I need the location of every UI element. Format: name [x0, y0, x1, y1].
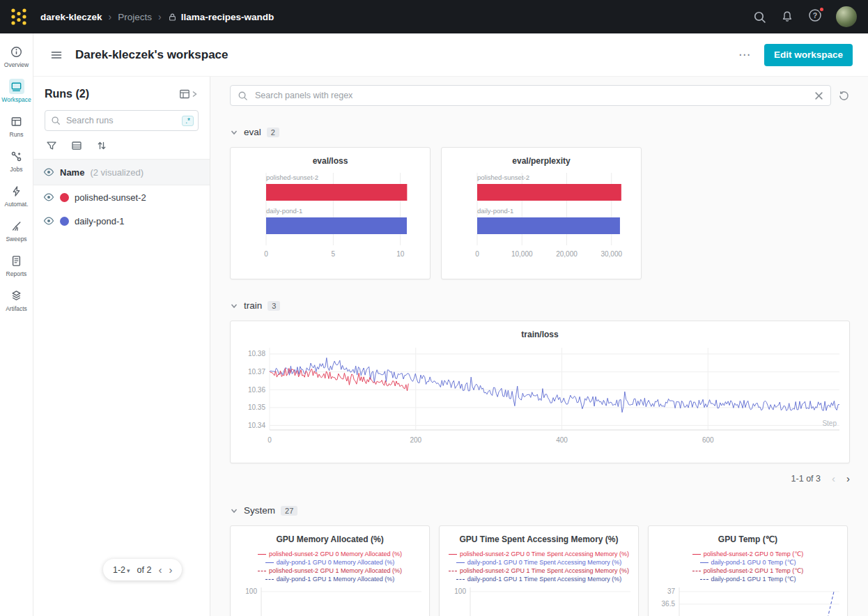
breadcrumb-projects[interactable]: Projects	[118, 12, 152, 22]
page-size-selector[interactable]: 1-2▾	[113, 565, 130, 575]
sidebar-item-jobs[interactable]: Jobs	[0, 144, 33, 178]
sidebar-item-reports[interactable]: Reports	[0, 248, 33, 283]
section-system: System 27 GPU Memory Allocated (%) polis…	[230, 505, 850, 616]
filter-icon[interactable]	[46, 140, 57, 151]
sidebar-item-label: Sweeps	[6, 236, 26, 242]
svg-text:10.34: 10.34	[248, 422, 265, 429]
runs-pagination: 1-2▾ of 2 ‹ ›	[103, 559, 182, 580]
sidebar-item-artifacts[interactable]: Artifacts	[0, 283, 33, 318]
panel-legend: polished-sunset-2 GPU 0 Time Spent Acces…	[445, 550, 633, 583]
notifications-bell-icon[interactable]	[780, 10, 794, 24]
legend-entry: daily-pond-1 GPU 1 Temp (℃)	[654, 575, 842, 583]
panel-search-input[interactable]	[254, 90, 809, 101]
runs-name-header[interactable]: Name (2 visualized)	[33, 159, 210, 185]
section-title[interactable]: System	[244, 505, 275, 516]
run-row-polished-sunset-2[interactable]: polished-sunset-2	[33, 185, 210, 209]
regex-toggle-button[interactable]: .*	[182, 116, 194, 126]
svg-text:10: 10	[396, 250, 405, 258]
legend-entry: daily-pond-1 GPU 0 Memory Allocated (%)	[236, 558, 424, 567]
legend-swatch	[700, 579, 708, 580]
legend-swatch	[258, 571, 266, 571]
panel-gpu-temp[interactable]: GPU Temp (℃) polished-sunset-2 GPU 0 Tem…	[648, 525, 848, 616]
chevron-down-icon[interactable]	[230, 302, 238, 310]
table-layout-icon[interactable]	[179, 88, 190, 100]
legend-entry: polished-sunset-2 GPU 0 Memory Allocated…	[236, 550, 424, 558]
svg-text:36.5: 36.5	[662, 600, 676, 608]
svg-text:400: 400	[556, 436, 568, 444]
clear-search-icon[interactable]	[814, 91, 823, 100]
eye-icon[interactable]	[43, 215, 54, 226]
chevron-down-icon[interactable]	[230, 507, 238, 515]
expand-chevron-icon[interactable]	[190, 90, 199, 98]
run-row-daily-pond-1[interactable]: daily-pond-1	[33, 209, 210, 233]
page-title: Darek-kleczek's workspace	[75, 48, 228, 62]
runs-search-input[interactable]	[65, 115, 178, 126]
panel-title: GPU Memory Allocated (%)	[231, 526, 429, 544]
sidebar-item-label: Artifacts	[6, 305, 27, 312]
sidebar-item-workspace[interactable]: Workspace	[0, 74, 33, 109]
artifacts-icon	[9, 288, 24, 303]
workspace-icon	[9, 79, 24, 94]
panel-eval-loss[interactable]: eval/loss 0510polished-sunset-2daily-pon…	[230, 147, 431, 279]
next-page-button[interactable]: ›	[846, 472, 850, 484]
next-page-button[interactable]: ›	[169, 564, 172, 575]
sidebar-item-label: Reports	[6, 270, 27, 277]
sidebar-item-sweeps[interactable]: Sweeps	[0, 213, 33, 248]
hamburger-menu-icon[interactable]	[50, 49, 63, 61]
breadcrumb-user[interactable]: darek-kleczek	[40, 12, 102, 22]
legend-entry: polished-sunset-2 GPU 0 Temp (℃)	[654, 550, 842, 558]
sidebar-item-overview[interactable]: Overview	[0, 39, 33, 74]
panel-title: GPU Time Spent Accessing Memory (%)	[440, 526, 638, 544]
reports-icon	[9, 253, 24, 268]
search-icon[interactable]	[752, 10, 766, 24]
svg-text:5: 5	[332, 250, 336, 258]
svg-text:10.37: 10.37	[248, 368, 265, 376]
section-title[interactable]: train	[244, 300, 262, 311]
panel-legend: polished-sunset-2 GPU 0 Temp (℃)daily-po…	[654, 550, 842, 583]
edit-workspace-button[interactable]: Edit workspace	[764, 44, 853, 66]
wandb-logo-icon	[5, 3, 33, 31]
legend-entry: daily-pond-1 GPU 1 Memory Allocated (%)	[236, 575, 424, 583]
section-title[interactable]: eval	[244, 127, 261, 137]
section-eval: eval 2 eval/loss 0510polished-sunset-2da…	[230, 127, 850, 279]
panel-gpu-memory-allocated[interactable]: GPU Memory Allocated (%) polished-sunset…	[230, 525, 430, 616]
panel-title: train/loss	[231, 321, 849, 339]
panel-title: GPU Temp (℃)	[649, 526, 847, 544]
sort-icon[interactable]	[96, 140, 107, 151]
prev-page-button[interactable]: ‹	[158, 564, 162, 575]
legend-swatch	[692, 571, 701, 571]
history-undo-icon[interactable]	[838, 90, 850, 102]
panel-gpu-time-accessing-memory[interactable]: GPU Time Spent Accessing Memory (%) poli…	[439, 525, 639, 616]
overflow-menu-icon[interactable]: ⋯	[738, 47, 752, 62]
eval-loss-chart: 0510polished-sunset-2daily-pond-1	[231, 166, 430, 270]
section-train: train 3 train/loss 10.3410.3510.3610.371…	[230, 300, 850, 484]
sidebar-item-automations[interactable]: Automat.	[0, 178, 33, 213]
caret-down-icon: ▾	[127, 567, 130, 574]
chevron-down-icon[interactable]	[230, 128, 238, 137]
svg-text:600: 600	[702, 436, 714, 444]
panel-train-loss[interactable]: train/loss 10.3410.3510.3610.3710.380200…	[230, 321, 850, 463]
eye-icon[interactable]	[43, 192, 54, 203]
panels-area: eval 2 eval/loss 0510polished-sunset-2da…	[210, 77, 868, 616]
eye-icon[interactable]	[43, 167, 54, 178]
sweeps-icon	[9, 218, 24, 233]
prev-page-button[interactable]: ‹	[832, 472, 835, 484]
svg-text:200: 200	[410, 436, 421, 444]
breadcrumb-project[interactable]: llama-recipes-wandb	[181, 12, 274, 22]
group-icon[interactable]	[71, 140, 82, 151]
panel-eval-perplexity[interactable]: eval/perplexity 010,00020,00030,000polis…	[441, 147, 642, 279]
sidebar-item-label: Workspace	[1, 96, 31, 103]
svg-text:0: 0	[264, 250, 268, 258]
svg-text:100: 100	[454, 587, 466, 595]
wandb-logo[interactable]	[0, 0, 38, 33]
help-button[interactable]: ?	[808, 8, 822, 25]
avatar[interactable]	[836, 6, 857, 27]
legend-swatch	[700, 562, 708, 563]
sidebar-item-runs[interactable]: Runs	[0, 109, 33, 144]
gpu-temp-chart: polished-sunset-2 GPU 0 Temp (℃)daily-po…	[649, 544, 847, 616]
svg-text:10.35: 10.35	[248, 403, 265, 411]
svg-text:0: 0	[475, 250, 479, 258]
legend-swatch	[265, 579, 274, 580]
legend-swatch	[449, 554, 457, 555]
legend-swatch	[456, 579, 465, 580]
